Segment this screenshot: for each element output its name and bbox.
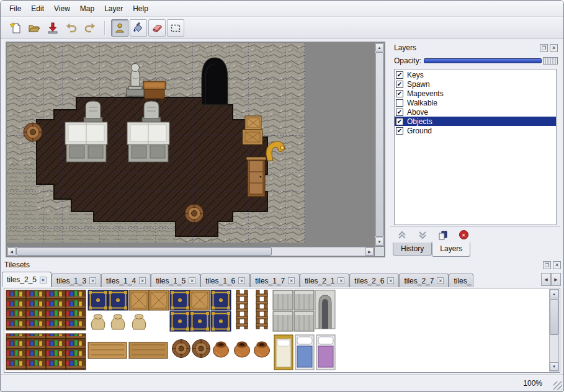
- redo-icon: [84, 22, 96, 34]
- opacity-slider[interactable]: [424, 56, 558, 65]
- tileset-tab-label: tiles_1_7: [255, 277, 285, 285]
- tab-close-icon[interactable]: ✕: [40, 277, 47, 283]
- stamp-tool-button[interactable]: [111, 19, 128, 37]
- resize-grip[interactable]: [553, 381, 562, 390]
- layer-checkbox[interactable]: ✔: [396, 127, 403, 135]
- tilesets-float-button[interactable]: ❐: [543, 261, 551, 269]
- tab-scroll-left-button[interactable]: ◀: [541, 273, 551, 286]
- scroll-right-button[interactable]: ▶: [365, 247, 374, 256]
- duplicate-layer-button[interactable]: [437, 229, 449, 241]
- new-map-button[interactable]: [7, 19, 24, 37]
- tab-close-icon[interactable]: ✕: [139, 277, 146, 284]
- tileset-vscroll-thumb[interactable]: [550, 299, 558, 335]
- tileset-tab-tiles_1_3[interactable]: tiles_1_3 ✕: [51, 274, 101, 287]
- open-map-button[interactable]: [25, 19, 43, 37]
- redo-button[interactable]: [81, 19, 99, 37]
- layers-panel-header: Layers ❐ ✕: [390, 42, 560, 54]
- app-window: File Edit View Map Layer Help: [0, 0, 564, 392]
- raise-layer-button[interactable]: [396, 229, 408, 241]
- menu-help[interactable]: Help: [128, 2, 153, 15]
- lower-layer-icon: [418, 230, 427, 240]
- layer-row-mapevents[interactable]: ✔ Mapevents: [395, 89, 556, 98]
- scroll-down-button[interactable]: ▼: [375, 238, 383, 246]
- layer-row-above[interactable]: ✔ Above: [395, 107, 556, 117]
- tileset-view[interactable]: ▲ ▼: [4, 288, 560, 373]
- tab-close-icon[interactable]: ✕: [338, 277, 344, 284]
- tileset-tab-truncated[interactable]: tiles_: [449, 274, 473, 287]
- tilesets-close-button[interactable]: ✕: [553, 261, 561, 269]
- menu-edit[interactable]: Edit: [26, 2, 49, 15]
- save-icon: [47, 22, 59, 34]
- menu-layer[interactable]: Layer: [99, 2, 128, 15]
- map-vscrollbar[interactable]: ▲ ▼: [375, 43, 384, 246]
- map-vscroll-thumb[interactable]: [375, 52, 383, 237]
- tileset-scroll-up-button[interactable]: ▲: [550, 290, 558, 298]
- menu-bar: File Edit View Map Layer Help: [1, 1, 563, 17]
- opacity-slider-handle[interactable]: [543, 57, 558, 65]
- layer-checkbox[interactable]: ✔: [396, 71, 403, 79]
- layer-checkbox[interactable]: ✔: [396, 81, 403, 88]
- tileset-tab-tiles_1_6[interactable]: tiles_1_6 ✕: [200, 274, 250, 287]
- layer-row-spawn[interactable]: ✔ Spawn: [395, 79, 556, 89]
- tab-history[interactable]: History: [393, 243, 432, 256]
- map-canvas[interactable]: ▲ ▼ ◀ ▶: [6, 42, 385, 257]
- undo-icon: [65, 22, 78, 34]
- scroll-up-button[interactable]: ▲: [375, 43, 383, 51]
- tab-close-icon[interactable]: ✕: [89, 277, 96, 284]
- map-hscrollbar[interactable]: ◀ ▶: [7, 247, 374, 256]
- map-image[interactable]: [7, 43, 305, 243]
- tab-close-icon[interactable]: ✕: [189, 277, 195, 284]
- eraser-tool-button[interactable]: [148, 19, 166, 37]
- tileset-tab-label: tiles_1_5: [156, 277, 186, 285]
- layer-checkbox[interactable]: [396, 99, 403, 107]
- delete-layer-button[interactable]: ✕: [458, 229, 469, 241]
- layer-row-objects[interactable]: ✔ Objects: [395, 117, 556, 126]
- zoom-level: 100%: [523, 379, 542, 388]
- scroll-down-icon: ▼: [378, 240, 382, 244]
- tileset-tab-tiles_2_7[interactable]: tiles_2_7 ✕: [399, 274, 449, 287]
- layers-close-button[interactable]: ✕: [550, 44, 558, 52]
- layer-row-walkable[interactable]: Walkable: [395, 98, 556, 107]
- tileset-tab-label: tiles_2_1: [305, 277, 334, 285]
- menu-map[interactable]: Map: [75, 2, 99, 15]
- map-hscroll-thumb[interactable]: [16, 247, 272, 256]
- layer-name: Objects: [403, 117, 432, 126]
- status-bar: 100%: [1, 374, 563, 391]
- scroll-up-icon: ▲: [378, 46, 382, 50]
- save-map-button[interactable]: [44, 19, 61, 37]
- layer-list: ✔ Keys ✔ Spawn ✔ Mapevents Walkable ✔: [394, 69, 557, 225]
- tileset-scroll-down-button[interactable]: ▼: [550, 362, 558, 371]
- tileset-tab-tiles_1_4[interactable]: tiles_1_4 ✕: [101, 274, 151, 287]
- tileset-tab-label: tiles_: [454, 277, 471, 285]
- menu-file[interactable]: File: [4, 2, 26, 15]
- tileset-tab-tiles_2_1[interactable]: tiles_2_1 ✕: [300, 274, 349, 287]
- undo-button[interactable]: [63, 19, 80, 37]
- tab-close-icon[interactable]: ✕: [437, 277, 444, 284]
- tileset-tab-label: tiles_2_6: [354, 277, 384, 285]
- tab-close-icon[interactable]: ✕: [387, 277, 394, 284]
- layer-row-keys[interactable]: ✔ Keys: [395, 70, 556, 79]
- lower-layer-button[interactable]: [417, 229, 428, 241]
- layer-checkbox[interactable]: ✔: [396, 90, 403, 97]
- tab-close-icon[interactable]: ✕: [288, 277, 295, 284]
- tileset-tab-tiles_2_5[interactable]: tiles_2_5 ✕: [2, 272, 51, 287]
- layer-buttons-row: ✕: [390, 226, 560, 243]
- tab-layers[interactable]: Layers: [432, 243, 470, 257]
- tileset-image[interactable]: [5, 289, 539, 372]
- tab-scroll-right-button[interactable]: ▶: [551, 273, 561, 286]
- tab-close-icon[interactable]: ✕: [238, 277, 245, 284]
- tileset-tab-tiles_1_5[interactable]: tiles_1_5 ✕: [151, 274, 200, 287]
- tileset-vscrollbar[interactable]: ▲ ▼: [549, 289, 559, 372]
- tileset-tab-tiles_2_6[interactable]: tiles_2_6 ✕: [349, 274, 399, 287]
- menu-view[interactable]: View: [49, 2, 75, 15]
- fill-tool-button[interactable]: [130, 19, 147, 37]
- layer-checkbox[interactable]: ✔: [396, 118, 403, 125]
- layer-row-ground[interactable]: ✔ Ground: [395, 126, 556, 135]
- select-tool-button[interactable]: [167, 19, 184, 37]
- scroll-left-button[interactable]: ◀: [7, 247, 16, 256]
- duplicate-layer-icon: [438, 230, 448, 240]
- layer-name: Above: [403, 108, 428, 117]
- layers-float-button[interactable]: ❐: [540, 44, 548, 52]
- tileset-tab-tiles_1_7[interactable]: tiles_1_7 ✕: [250, 274, 300, 287]
- layer-checkbox[interactable]: ✔: [396, 109, 403, 116]
